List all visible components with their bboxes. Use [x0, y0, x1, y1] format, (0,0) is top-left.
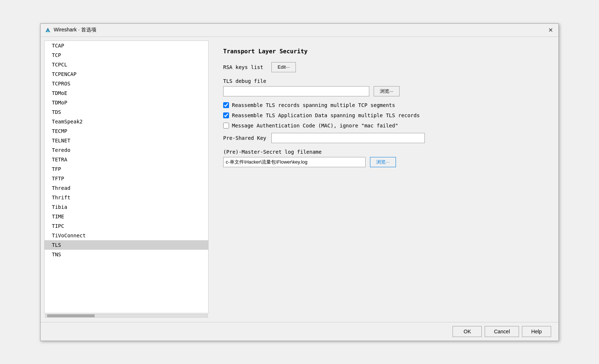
tls-debug-section: TLS debug file 浏览··· [223, 78, 544, 96]
checkbox1-row: Reassemble TLS records spanning multiple… [223, 102, 544, 108]
ok-button[interactable]: OK [453, 326, 482, 337]
right-panel: Transport Layer Security RSA keys list E… [209, 37, 558, 322]
list-item[interactable]: TCPCL [45, 60, 208, 69]
list-item[interactable]: Teredo [45, 145, 208, 155]
list-item[interactable]: TNS [45, 250, 208, 259]
horizontal-scrollbar[interactable] [44, 313, 209, 318]
checkbox3-label: Message Authentication Code (MAC), ignor… [232, 123, 398, 129]
close-button[interactable]: ✕ [547, 26, 554, 34]
list-item[interactable]: TIME [45, 212, 208, 221]
list-item[interactable]: TCPROS [45, 79, 208, 88]
checkbox3[interactable] [223, 123, 229, 129]
tls-debug-label: TLS debug file [223, 78, 544, 84]
list-item[interactable]: Tibia [45, 202, 208, 212]
wireshark-icon [45, 27, 51, 33]
checkbox2[interactable] [223, 112, 229, 118]
master-secret-row: 浏览··· [223, 157, 544, 167]
main-window: Wireshark · 首选项 ✕ TCAPTCPTCPCLTCPENCAPTC… [40, 23, 559, 341]
list-item[interactable]: TIPC [45, 221, 208, 231]
list-item[interactable]: TELNET [45, 136, 208, 145]
left-panel-wrapper: TCAPTCPTCPCLTCPENCAPTCPROSTDMoETDMoPTDST… [44, 41, 209, 318]
checkbox1[interactable] [223, 102, 229, 108]
content-area: TCAPTCPTCPCLTCPENCAPTCPROSTDMoETDMoPTDST… [41, 37, 558, 322]
list-item[interactable]: Thrift [45, 193, 208, 202]
list-item[interactable]: TCAP [45, 41, 208, 50]
checkbox1-label: Reassemble TLS records spanning multiple… [232, 102, 395, 108]
title-bar: Wireshark · 首选项 ✕ [41, 24, 558, 37]
window-title: Wireshark · 首选项 [54, 27, 96, 33]
tls-debug-input[interactable] [223, 86, 369, 96]
list-item[interactable]: TCPENCAP [45, 69, 208, 79]
list-item[interactable]: TETRA [45, 155, 208, 164]
rsa-keys-row: RSA keys list Edit··· [223, 62, 544, 72]
psk-label: Pre-Shared Key [223, 135, 267, 141]
protocol-list[interactable]: TCAPTCPTCPCLTCPENCAPTCPROSTDMoETDMoPTDST… [44, 41, 209, 313]
cancel-button[interactable]: Cancel [485, 326, 519, 337]
list-item[interactable]: TDMoP [45, 98, 208, 107]
checkbox3-row: Message Authentication Code (MAC), ignor… [223, 123, 544, 129]
list-item[interactable]: TFTP [45, 174, 208, 183]
checkbox2-row: Reassemble TLS Application Data spanning… [223, 112, 544, 118]
master-secret-label: (Pre)-Master-Secret log filename [223, 149, 544, 155]
tls-debug-browse-button[interactable]: 浏览··· [374, 86, 400, 96]
list-item[interactable]: TiVoConnect [45, 231, 208, 240]
list-item[interactable]: TDS [45, 107, 208, 117]
list-item[interactable]: TECMP [45, 126, 208, 136]
bottom-bar: OK Cancel Help [41, 322, 558, 341]
rsa-keys-edit-button[interactable]: Edit··· [271, 62, 296, 72]
section-title: Transport Layer Security [223, 48, 544, 55]
master-secret-section: (Pre)-Master-Secret log filename 浏览··· [223, 149, 544, 167]
checkbox2-label: Reassemble TLS Application Data spanning… [232, 112, 420, 118]
scrollbar-thumb[interactable] [47, 314, 95, 317]
master-secret-browse-button[interactable]: 浏览··· [370, 157, 396, 167]
master-secret-input[interactable] [223, 157, 366, 167]
help-button[interactable]: Help [522, 326, 551, 337]
scrollbar-track [45, 314, 208, 318]
psk-row: Pre-Shared Key [223, 133, 544, 143]
psk-input[interactable] [271, 133, 425, 143]
list-item[interactable]: TCP [45, 50, 208, 60]
tls-debug-row: 浏览··· [223, 86, 544, 96]
list-item[interactable]: TeamSpeak2 [45, 117, 208, 126]
title-bar-left: Wireshark · 首选项 [45, 27, 96, 33]
list-item[interactable]: Thread [45, 183, 208, 193]
list-item[interactable]: TFP [45, 164, 208, 174]
rsa-keys-label: RSA keys list [223, 64, 267, 70]
list-item[interactable]: TLS [45, 240, 208, 250]
list-item[interactable]: TDMoE [45, 88, 208, 98]
